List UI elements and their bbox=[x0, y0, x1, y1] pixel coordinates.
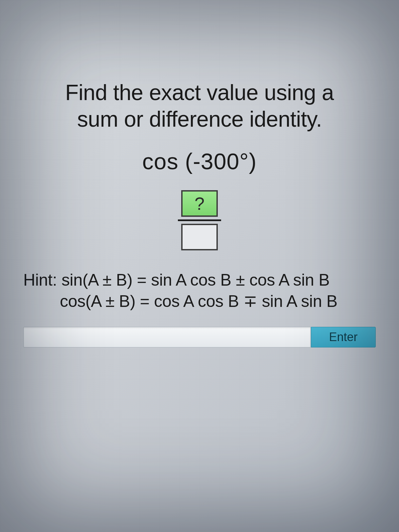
enter-button[interactable]: Enter bbox=[311, 327, 376, 347]
hint-line-2: cos(A ± B) = cos A cos B ∓ sin A sin B bbox=[23, 292, 376, 311]
fraction-bar bbox=[178, 219, 221, 221]
problem-card: Find the exact value using a sum or diff… bbox=[0, 0, 399, 347]
prompt-line-2: sum or difference identity. bbox=[23, 106, 376, 132]
answer-input[interactable] bbox=[23, 327, 311, 347]
fraction-answer: ? bbox=[23, 190, 376, 250]
denominator-input-box[interactable] bbox=[181, 224, 218, 250]
hint-block: Hint: sin(A ± B) = sin A cos B ± cos A s… bbox=[23, 270, 376, 311]
answer-row: Enter bbox=[23, 327, 376, 347]
expression-text: cos (-300°) bbox=[23, 148, 376, 174]
numerator-input-box[interactable]: ? bbox=[181, 190, 218, 217]
prompt-line-1: Find the exact value using a bbox=[23, 80, 376, 105]
hint-line-1: Hint: sin(A ± B) = sin A cos B ± cos A s… bbox=[23, 270, 376, 290]
